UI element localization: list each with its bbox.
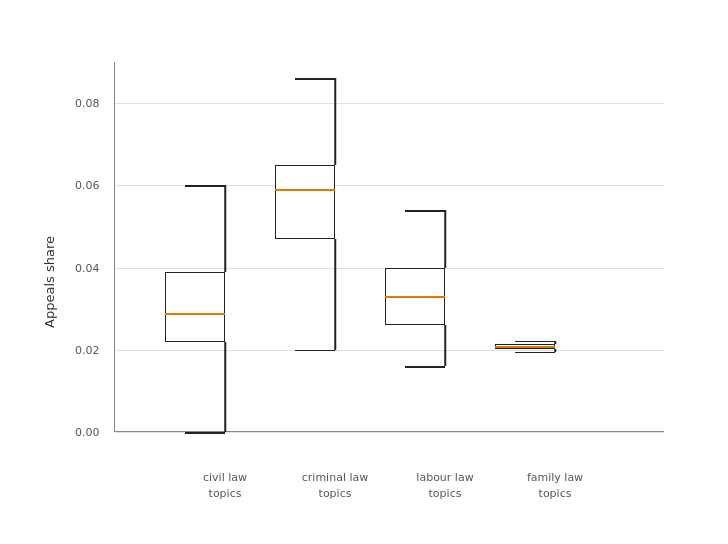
x-tick-label: labour lawtopics [416,470,473,501]
iqr-box [275,165,335,239]
y-tick-label: 0.06 [75,179,100,192]
lower-whisker-cap [405,366,445,368]
x-tick-label: criminal lawtopics [302,470,368,501]
lower-whisker [224,342,226,432]
upper-whisker [444,210,446,268]
chart-area: Appeals share 0.000.020.040.060.08civil … [54,52,674,512]
upper-whisker-cap [515,341,555,343]
median-line [275,189,335,191]
grid-line [115,103,664,104]
lower-whisker-cap [515,352,555,354]
upper-whisker-cap [295,78,335,80]
plot-area: 0.000.020.040.060.08civil lawtopicscrimi… [114,62,664,432]
y-axis-label: Appeals share [42,236,57,328]
y-tick-label: 0.04 [75,261,100,274]
grid-line [115,350,664,351]
upper-whisker [224,185,226,271]
lower-whisker-cap [295,350,335,352]
upper-whisker-cap [405,210,445,212]
y-tick-label: 0.00 [75,426,100,439]
x-tick-label: civil lawtopics [203,470,247,501]
chart-container: Appeals share 0.000.020.040.060.08civil … [0,0,728,544]
median-line [385,296,445,298]
x-tick-label: family lawtopics [527,470,583,501]
upper-whisker [334,78,336,164]
median-line [165,313,225,315]
lower-whisker [334,239,336,350]
upper-whisker-cap [185,185,225,187]
y-tick-label: 0.02 [75,343,100,356]
lower-whisker-cap [185,432,225,434]
median-line [495,346,555,348]
iqr-box [165,272,225,342]
y-tick-label: 0.08 [75,97,100,110]
lower-whisker [444,325,446,366]
